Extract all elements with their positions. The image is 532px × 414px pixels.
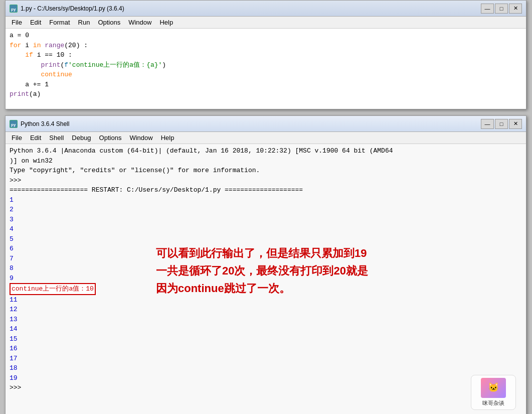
shell-initial-prompt: >>> — [10, 176, 522, 186]
code-line-6: a += 1 — [10, 80, 522, 90]
shell-output-2: 2 — [10, 205, 522, 215]
shell-menu-debug[interactable]: Debug — [68, 133, 95, 143]
shell-final-prompt[interactable]: >>> — [10, 383, 522, 393]
shell-menu-file[interactable]: File — [8, 133, 26, 143]
shell-output-17: 17 — [10, 354, 522, 364]
annotation-text: 可以看到此行输出了，但是结果只累加到19 一共是循环了20次，最终没有打印到20… — [156, 244, 457, 298]
editor-menu-file[interactable]: File — [8, 18, 26, 27]
editor-menu-window[interactable]: Window — [124, 18, 155, 27]
shell-title-text: Python 3.6.4 Shell — [21, 120, 69, 127]
editor-title-text: 1.py - C:/Users/sy/Desktop/1.py (3.6.4) — [21, 5, 124, 12]
editor-menu-options[interactable]: Options — [94, 18, 124, 27]
svg-text:py: py — [11, 7, 16, 12]
watermark-logo: 🐱 咪哥杂谈 — [471, 375, 516, 410]
svg-text:py: py — [11, 122, 16, 127]
code-line-3: if i == 10 : — [10, 50, 522, 60]
editor-menu-format[interactable]: Format — [45, 18, 74, 27]
shell-output-12: 12 — [10, 305, 522, 315]
shell-output-13: 13 — [10, 315, 522, 325]
editor-menu-edit[interactable]: Edit — [26, 18, 45, 27]
shell-output-15: 15 — [10, 334, 522, 344]
shell-window: py Python 3.6.4 Shell — □ ✕ File Edit Sh… — [5, 115, 526, 414]
shell-output-18: 18 — [10, 363, 522, 373]
highlighted-continue-output: continue上一行的a值：10 — [10, 283, 96, 295]
shell-header-line2: )] on win32 — [10, 156, 522, 166]
code-line-4: print(f'continue上一行的a值：{a}') — [10, 60, 522, 70]
editor-close-button[interactable]: ✕ — [509, 4, 522, 14]
editor-title-left: py 1.py - C:/Users/sy/Desktop/1.py (3.6.… — [10, 5, 124, 13]
editor-code-area[interactable]: a = 0 for i in range(20) : if i == 10 : … — [6, 29, 526, 109]
watermark-label: 咪哥杂谈 — [482, 399, 504, 407]
shell-header-line1: Python 3.6.4 |Anaconda custom (64-bit)| … — [10, 146, 522, 156]
shell-header-line3: Type "copyright", "credits" or "license(… — [10, 166, 522, 176]
shell-title-left: py Python 3.6.4 Shell — [10, 120, 69, 128]
shell-menu-window[interactable]: Window — [125, 133, 156, 143]
shell-output-5: 5 — [10, 234, 522, 244]
shell-output-area[interactable]: Python 3.6.4 |Anaconda custom (64-bit)| … — [6, 144, 526, 414]
code-line-7: print(a) — [10, 89, 522, 99]
shell-output-19: 19 — [10, 373, 522, 383]
shell-app-icon: py — [10, 120, 18, 128]
shell-output-3: 3 — [10, 215, 522, 225]
editor-minimize-button[interactable]: — — [481, 4, 494, 14]
shell-menu-help[interactable]: Help — [157, 133, 179, 143]
editor-window-controls[interactable]: — □ ✕ — [481, 4, 522, 14]
editor-maximize-button[interactable]: □ — [495, 4, 508, 14]
editor-menu-help[interactable]: Help — [155, 18, 177, 27]
editor-menu-run[interactable]: Run — [74, 18, 94, 27]
shell-title-bar[interactable]: py Python 3.6.4 Shell — □ ✕ — [6, 116, 526, 132]
watermark-image: 🐱 — [481, 378, 506, 398]
shell-menu-shell[interactable]: Shell — [45, 133, 68, 143]
idle-editor-window: py 1.py - C:/Users/sy/Desktop/1.py (3.6.… — [5, 0, 526, 109]
shell-output-14: 14 — [10, 324, 522, 334]
editor-title-bar[interactable]: py 1.py - C:/Users/sy/Desktop/1.py (3.6.… — [6, 1, 526, 17]
editor-menu-bar: File Edit Format Run Options Window Help — [6, 17, 526, 29]
shell-menu-bar: File Edit Shell Debug Options Window Hel… — [6, 132, 526, 144]
shell-close-button[interactable]: ✕ — [509, 119, 522, 129]
shell-menu-options[interactable]: Options — [95, 133, 126, 143]
shell-menu-edit[interactable]: Edit — [26, 133, 45, 143]
shell-restart-line: ==================== RESTART: C:/Users/s… — [10, 185, 522, 195]
shell-maximize-button[interactable]: □ — [495, 119, 508, 129]
shell-output-16: 16 — [10, 344, 522, 354]
code-line-5: continue — [10, 70, 522, 80]
code-line-2: for i in range(20) : — [10, 41, 522, 51]
shell-output-1: 1 — [10, 195, 522, 205]
shell-minimize-button[interactable]: — — [481, 119, 494, 129]
code-line-1: a = 0 — [10, 31, 522, 41]
shell-window-controls[interactable]: — □ ✕ — [481, 119, 522, 129]
editor-app-icon: py — [10, 5, 18, 13]
shell-output-4: 4 — [10, 224, 522, 234]
